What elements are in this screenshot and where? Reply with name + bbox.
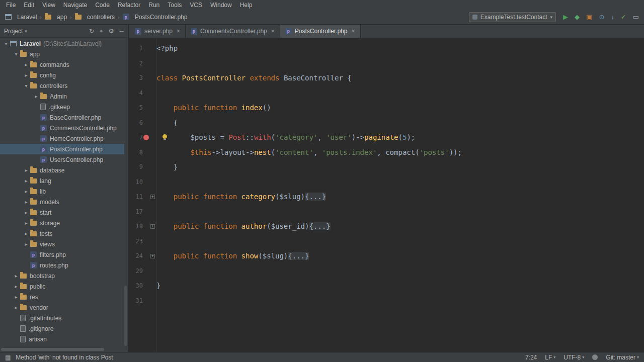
menu-item-help[interactable]: Help [236,2,257,9]
tree-item-storage[interactable]: ▸storage [0,218,124,228]
encoding-indicator[interactable]: UTF-8 ▾ [564,354,584,361]
tree-item-gitignore[interactable]: .gitignore [0,323,124,334]
chevron-right-icon[interactable]: ▸ [22,62,30,67]
chevron-right-icon[interactable]: ▸ [12,305,20,310]
chevron-right-icon[interactable]: ▸ [22,72,30,78]
git-branch-indicator[interactable]: Git: master ▾ [606,354,639,361]
gutter[interactable]: 2 [129,56,156,71]
vcs-update-button[interactable]: ↓ [611,14,614,20]
caret-position[interactable]: 7:24 [525,354,537,361]
tree-item-public[interactable]: ▸public [0,281,124,292]
menu-item-view[interactable]: View [38,2,59,9]
gutter[interactable]: 18+ [129,219,156,234]
tree-item-filters-php[interactable]: filters.php [0,249,124,260]
menu-item-run[interactable]: Run [144,2,164,9]
gutter[interactable]: 5 [129,101,156,116]
chevron-right-icon[interactable]: ▸ [22,241,30,247]
gutter[interactable]: 8 [129,145,156,160]
chevron-right-icon[interactable]: ▸ [22,167,30,173]
tree-item-models[interactable]: ▸models [0,197,124,207]
debug-button[interactable]: ◆ [575,14,580,20]
tree-item-app[interactable]: ▾app [0,49,124,59]
tree-item-laravel[interactable]: ▾Laravel(D:\Sites\Lab\Laravel) [0,38,124,49]
project-view-selector[interactable]: Project ▾ [4,28,27,35]
menu-item-code[interactable]: Code [91,2,114,9]
horizontal-scrollbar[interactable] [1,348,104,351]
gutter[interactable]: 3 [129,71,156,86]
close-icon[interactable]: × [352,28,355,35]
attach-debugger-button[interactable]: ⊙ [599,14,604,20]
breadcrumb-item-postscontroller-php[interactable]: PostsController.php [123,14,188,21]
chevron-down-icon[interactable]: ▾ [2,41,10,46]
breadcrumb-item-laravel[interactable]: Laravel [5,14,37,21]
tree-item-postscontroller-php[interactable]: PostsController.php [0,144,124,154]
menu-item-vcs[interactable]: VCS [186,2,206,9]
settings-icon[interactable]: ⚙ [109,28,114,35]
breadcrumb-item-controllers[interactable]: controllers [75,14,115,21]
close-icon[interactable]: × [271,28,275,35]
tab-postscontroller-php[interactable]: PostsController.php× [280,25,361,38]
gutter[interactable]: 30 [129,279,156,294]
menu-item-tools[interactable]: Tools [164,2,186,9]
tree-item-controllers[interactable]: ▾controllers [0,80,124,91]
gutter[interactable]: 31 [129,294,156,309]
tree-item-views[interactable]: ▸views [0,239,124,249]
editor-code[interactable]: 1<?php23class PostsController extends Ba… [129,38,644,352]
chevron-right-icon[interactable]: ▸ [22,210,30,215]
tree-item-gitkeep[interactable]: .gitkeep [0,102,124,112]
tree-item-config[interactable]: ▸config [0,70,124,80]
tree-item-start[interactable]: ▸start [0,207,124,218]
gutter[interactable]: 6 [129,116,156,131]
tab-server-php[interactable]: server.php× [130,25,186,38]
gutter[interactable]: 4 [129,86,156,101]
tool-window-switcher-icon[interactable]: ▦ [5,354,11,361]
tab-commentscontroller-php[interactable]: CommentsController.php× [186,25,280,38]
tree-item-res[interactable]: ▸res [0,292,124,302]
chevron-right-icon[interactable]: ▸ [22,199,30,205]
tree-item-homecontroller-php[interactable]: HomeController.php [0,133,124,144]
close-icon[interactable]: × [177,28,180,35]
tree-item-bootstrap[interactable]: ▸bootstrap [0,270,124,281]
fold-expand-icon[interactable]: + [150,195,155,199]
tree-item-database[interactable]: ▸database [0,165,124,175]
fold-expand-icon[interactable]: + [150,254,155,258]
chevron-down-icon[interactable]: ▾ [12,51,20,57]
gutter[interactable]: 9 [129,160,156,175]
tree-item-basecontroller-php[interactable]: BaseController.php [0,112,124,123]
vcs-commit-button[interactable]: ✓ [621,14,626,20]
line-separator-indicator[interactable]: LF ▾ [545,354,555,361]
browser-button[interactable]: ▭ [633,14,639,20]
run-config-combo[interactable]: ExampleTest.testContact ▾ [469,12,556,22]
chevron-right-icon[interactable]: ▸ [32,94,40,99]
chevron-down-icon[interactable]: ▾ [22,83,30,88]
gutter[interactable]: 7 [129,130,156,145]
tree-item-commentscontroller-php[interactable]: CommentsController.php [0,123,124,133]
tree-item-tests[interactable]: ▸tests [0,228,124,239]
gutter[interactable]: 23 [129,234,156,249]
intention-bulb-icon[interactable] [163,134,167,139]
gutter[interactable]: 10 [129,175,156,190]
gutter[interactable]: 17 [129,205,156,220]
gutter[interactable]: 1 [129,41,156,56]
tree-item-commands[interactable]: ▸commands [0,59,124,70]
chevron-right-icon[interactable]: ▸ [22,231,30,236]
chevron-right-icon[interactable]: ▸ [22,178,30,184]
tree-item-vendor[interactable]: ▸vendor [0,302,124,313]
chevron-right-icon[interactable]: ▸ [22,220,30,226]
coverage-button[interactable]: ▣ [586,14,592,20]
tree-item-artisan[interactable]: artisan [0,334,124,344]
tree-item-routes-php[interactable]: routes.php [0,260,124,270]
gutter[interactable]: 24+ [129,249,156,264]
menu-item-file[interactable]: File [2,2,20,9]
menu-item-navigate[interactable]: Navigate [59,2,91,9]
chevron-right-icon[interactable]: ▸ [12,273,20,279]
tree-item-lib[interactable]: ▸lib [0,186,124,197]
tree-item-gitattributes[interactable]: .gitattributes [0,313,124,323]
tree-item-admin[interactable]: ▸Admin [0,91,124,102]
menu-item-refactor[interactable]: Refactor [114,2,144,9]
breakpoint-icon[interactable] [143,135,149,140]
refresh-icon[interactable]: ↻ [89,28,94,35]
chevron-right-icon[interactable]: ▸ [12,284,20,289]
menu-item-window[interactable]: Window [206,2,236,9]
gutter[interactable]: 11+ [129,190,156,205]
